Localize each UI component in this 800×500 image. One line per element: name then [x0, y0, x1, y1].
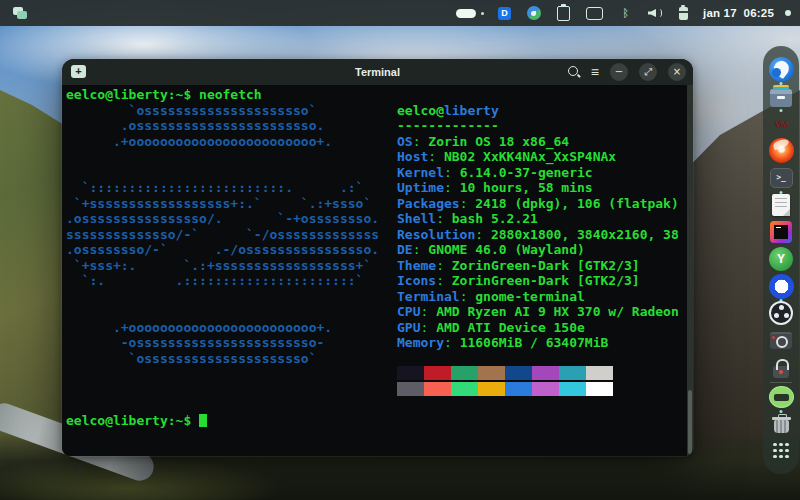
volume-icon[interactable] [648, 7, 663, 19]
palette-swatch [505, 382, 532, 396]
neofetch-info: eelco@liberty ------------- OS: Zorin OS… [397, 103, 690, 398]
palette-swatch [559, 366, 586, 380]
top-panel: Dᛒ jan 17 06:25 [0, 0, 800, 26]
battery-icon[interactable] [679, 7, 688, 20]
prompt-line-current: eelco@liberty:~$ [66, 413, 693, 429]
palette-swatch [505, 366, 532, 380]
keyboard-layout-icon[interactable]: D [498, 7, 511, 20]
palette-swatch [397, 366, 424, 380]
neofetch-info-rows: OS: Zorin OS 18 x86_64Host: NB02 XxKK4NA… [397, 134, 690, 351]
neofetch-underline: ------------- [397, 118, 690, 134]
keyboard-input-icon [769, 386, 794, 408]
palette-swatch [532, 366, 559, 380]
neofetch-info-row: OS: Zorin OS 18 x86_64 [397, 134, 690, 150]
palette-swatch [559, 382, 586, 396]
neofetch-info-row: Packages: 2418 (dpkg), 106 (flatpak) [397, 196, 690, 212]
system-tray: Dᛒ [456, 6, 688, 21]
neofetch-ascii-logo: `osssssssssssssssssssso` .osssssssssssss… [66, 103, 397, 367]
palette-swatch [586, 382, 613, 396]
dock: VM>_Y [763, 46, 799, 474]
app-green-icon: Y [769, 247, 793, 271]
terminal-scrollbar[interactable] [687, 85, 693, 456]
terminal-headerbar[interactable]: + Terminal ≡ − ⤢ × [62, 59, 693, 85]
dock-item-app-green[interactable]: Y [768, 246, 794, 272]
neofetch-title: eelco@liberty [397, 103, 690, 119]
menu-icon[interactable]: ≡ [591, 63, 599, 81]
neofetch-info-row: Uptime: 10 hours, 58 mins [397, 180, 690, 196]
neofetch-info-row: Terminal: gnome-terminal [397, 289, 690, 305]
camera-icon [770, 332, 792, 349]
color-palette [397, 366, 690, 397]
clock[interactable]: jan 17 06:25 [703, 7, 774, 19]
dock-item-files[interactable] [768, 83, 794, 109]
palette-swatch [451, 382, 478, 396]
intellij-idea-icon [770, 221, 792, 243]
dock-item-camera[interactable] [768, 327, 794, 353]
dock-item-app-grid[interactable] [768, 438, 794, 464]
neofetch-info-row: CPU: AMD Ryzen AI 9 HX 370 w/ Radeon [397, 304, 690, 320]
minimize-button[interactable]: − [610, 63, 628, 81]
dock-item-text-editor[interactable] [768, 192, 794, 218]
dock-item-app-red-swirl[interactable] [768, 137, 794, 163]
clipboard-icon[interactable] [557, 6, 570, 21]
dock-item-obs-studio[interactable] [768, 300, 794, 326]
dock-item-terminal[interactable]: >_ [768, 165, 794, 191]
dock-item-intellij-idea[interactable] [768, 219, 794, 245]
palette-swatch [586, 366, 613, 380]
neofetch-info-row: DE: GNOME 46.0 (Wayland) [397, 242, 690, 258]
palette-row [397, 366, 690, 382]
neofetch-info-row: Memory: 11606MiB / 63407MiB [397, 335, 690, 351]
dock-item-keyboard-input[interactable] [768, 384, 794, 410]
screen-share-icon[interactable] [586, 7, 603, 20]
app-red-swirl-icon [769, 138, 794, 163]
palette-swatch [532, 382, 559, 396]
neofetch-info-row: GPU: AMD ATI Device 150e [397, 320, 690, 336]
palette-swatch [478, 366, 505, 380]
vmware-icon: VM [774, 119, 787, 129]
signal-icon [769, 274, 794, 299]
prompt-line: eelco@liberty:~$ neofetch [66, 87, 262, 102]
palette-swatch [478, 382, 505, 396]
zorin-browser-icon [769, 57, 794, 82]
dock-divider [770, 382, 792, 383]
dnd-pill-icon[interactable] [456, 9, 476, 18]
neofetch-output: `osssssssssssssssssssso` .osssssssssssss… [66, 103, 693, 398]
palette-swatch [424, 382, 451, 396]
hiker-figure [78, 465, 81, 471]
palette-row [397, 382, 690, 398]
palette-swatch [424, 366, 451, 380]
dock-item-password-lock[interactable] [768, 354, 794, 380]
notification-dot-icon[interactable] [785, 10, 791, 16]
dock-item-vmware[interactable]: VM [768, 110, 794, 136]
obs-studio-icon [769, 301, 793, 325]
headerbar-controls: ≡ − ⤢ × [567, 63, 686, 81]
text-editor-icon [772, 194, 790, 216]
terminal-content[interactable]: eelco@liberty:~$ neofetch `ossssssssssss… [62, 85, 693, 456]
neofetch-info-row: Kernel: 6.14.0-37-generic [397, 165, 690, 181]
terminal-icon: >_ [770, 168, 793, 188]
password-lock-icon [773, 366, 789, 378]
neofetch-info-row: Theme: ZorinGreen-Dark [GTK2/3] [397, 258, 690, 274]
sync-icon[interactable] [527, 6, 541, 20]
dock-item-trash[interactable] [768, 411, 794, 437]
terminal-cursor [199, 414, 207, 427]
bluetooth-icon[interactable]: ᛒ [619, 7, 632, 20]
close-button[interactable]: × [668, 63, 686, 81]
neofetch-info-row: Shell: bash 5.2.21 [397, 211, 690, 227]
palette-swatch [451, 366, 478, 380]
dock-item-zorin-browser[interactable] [768, 56, 794, 82]
neofetch-info-row: Resolution: 2880x1800, 3840x2160, 38 [397, 227, 690, 243]
dock-item-signal[interactable] [768, 273, 794, 299]
app-grid-icon [772, 442, 790, 460]
neofetch-info-row: Icons: ZorinGreen-Dark [GTK2/3] [397, 273, 690, 289]
neofetch-info-row: Host: NB02 XxKK4NAx_XxSP4NAx [397, 149, 690, 165]
search-icon[interactable] [567, 65, 582, 80]
files-icon [770, 89, 792, 107]
restore-button[interactable]: ⤢ [639, 63, 657, 81]
palette-swatch [397, 382, 424, 396]
terminal-window: + Terminal ≡ − ⤢ × eelco@liberty:~$ neof… [62, 59, 693, 456]
workspaces-icon[interactable] [13, 7, 27, 19]
trash-icon [774, 420, 789, 433]
